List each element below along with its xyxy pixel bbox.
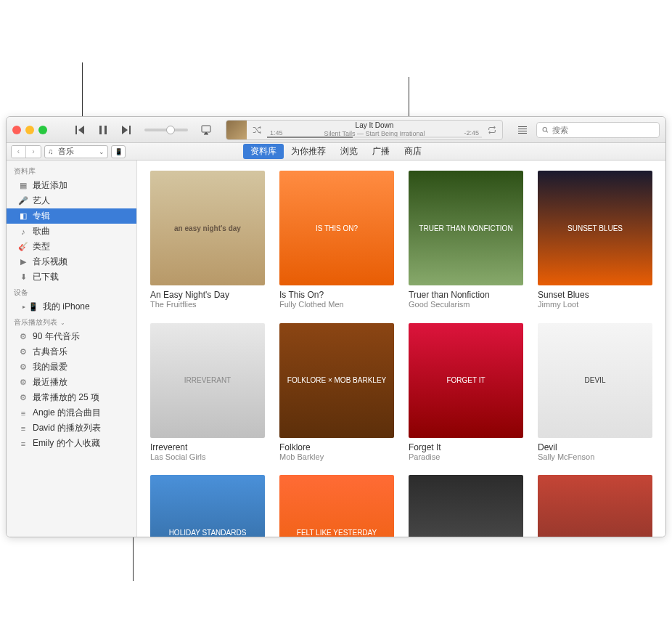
media-type-label: 音乐: [58, 146, 74, 157]
callout-line: [82, 62, 83, 117]
album-title: Sunset Blues: [538, 290, 652, 300]
playlist-icon: ≡: [18, 424, 28, 433]
album-cell[interactable]: IS THIS ON?Is This On?Fully Clothed Men: [279, 171, 394, 310]
sidebar-item-songs[interactable]: ♪歌曲: [7, 224, 136, 239]
previous-track-button[interactable]: [70, 122, 89, 138]
next-track-button[interactable]: [117, 122, 136, 138]
album-title: Folklore: [279, 442, 394, 452]
sidebar: 资料库 ▦最近添加 🎤艺人 ◧专辑 ♪歌曲 🎸类型 ▶音乐视频 ⬇已下载 设备 …: [7, 160, 137, 537]
album-cell[interactable]: FOLKLORE × MOB BARKLEYFolkloreMob Barkle…: [279, 323, 394, 463]
sidebar-item-downloaded[interactable]: ⬇已下载: [7, 269, 136, 285]
sidebar-header-library: 资料库: [7, 163, 136, 178]
search-icon: [541, 126, 549, 134]
sidebar-item-music-videos[interactable]: ▶音乐视频: [7, 254, 136, 269]
sidebar-item-playlist[interactable]: ⚙我的最爱: [7, 359, 136, 375]
sidebar-item-playlist[interactable]: ⚙90 年代音乐: [7, 329, 136, 344]
window-controls: [12, 126, 47, 134]
repeat-icon[interactable]: [482, 125, 502, 135]
sidebar-item-label: 最近添加: [33, 179, 67, 192]
grid-icon: ▦: [18, 181, 28, 190]
device-button[interactable]: 📱: [111, 145, 126, 158]
album-title: Irreverent: [150, 442, 265, 452]
titlebar: Lay It Down Silent Tails — Start Being I…: [7, 117, 665, 143]
media-type-selector[interactable]: 音乐: [44, 145, 108, 158]
tab-for-you[interactable]: 为你推荐: [284, 144, 333, 159]
sidebar-item-label: 歌曲: [33, 225, 50, 237]
sidebar-item-playlist[interactable]: ≡Emily 的个人收藏: [7, 436, 136, 451]
search-box[interactable]: [536, 122, 660, 138]
album-title: Forget It: [409, 442, 523, 452]
sidebar-item-playlist[interactable]: ≡Angie 的混合曲目: [7, 405, 136, 420]
album-cell[interactable]: FORGET ITForget ItParadise: [409, 323, 523, 463]
guitar-icon: 🎸: [18, 242, 28, 251]
app-body: 资料库 ▦最近添加 🎤艺人 ◧专辑 ♪歌曲 🎸类型 ▶音乐视频 ⬇已下载 设备 …: [7, 160, 665, 537]
now-playing-artwork: [226, 120, 247, 140]
forward-button[interactable]: ›: [26, 146, 41, 158]
album-cell[interactable]: an easy night's dayAn Easy Night's DayTh…: [150, 171, 265, 310]
sidebar-item-playlist[interactable]: ≡David 的播放列表: [7, 420, 136, 436]
sidebar-item-playlist[interactable]: ⚙最常播放的 25 项: [7, 390, 136, 405]
svg-point-1: [543, 127, 546, 131]
list-view-button[interactable]: [513, 122, 532, 138]
album-cell[interactable]: [538, 475, 652, 537]
gear-icon: ⚙: [18, 347, 28, 357]
play-pause-button[interactable]: [94, 122, 112, 138]
album-artwork: TRUER THAN NONFICTION: [409, 171, 523, 285]
album-artwork: IRREVERANT: [150, 323, 265, 438]
album-cell[interactable]: [409, 475, 523, 537]
album-artist: Mob Barkley: [279, 452, 394, 462]
playlist-icon: ≡: [18, 439, 28, 448]
tab-browse[interactable]: 浏览: [333, 144, 365, 159]
maximize-button[interactable]: [38, 126, 47, 134]
sidebar-item-recently-added[interactable]: ▦最近添加: [7, 178, 136, 193]
music-note-icon: ♪: [18, 227, 28, 236]
album-cell[interactable]: FELT LIKE YESTERDAY: [279, 475, 394, 537]
sidebar-item-label: 类型: [33, 240, 50, 253]
sidebar-item-label: 音乐视频: [33, 256, 67, 268]
search-input[interactable]: [552, 126, 655, 134]
close-button[interactable]: [12, 126, 21, 134]
album-cell[interactable]: DEVILDevilSally McFenson: [538, 323, 652, 463]
album-title: Is This On?: [279, 290, 394, 300]
progress-bar[interactable]: [267, 137, 482, 138]
album-grid: an easy night's dayAn Easy Night's DayTh…: [150, 171, 652, 537]
tab-radio[interactable]: 广播: [365, 144, 397, 159]
minimize-button[interactable]: [25, 126, 34, 134]
disclosure-icon[interactable]: ▸: [22, 304, 25, 310]
gear-icon: ⚙: [18, 393, 28, 402]
sidebar-item-playlist[interactable]: ⚙最近播放: [7, 375, 136, 390]
gear-icon: ⚙: [18, 362, 28, 372]
shuffle-icon[interactable]: [247, 125, 267, 135]
sidebar-item-artists[interactable]: 🎤艺人: [7, 193, 136, 208]
sidebar-item-device[interactable]: ▸📱我的 iPhone: [7, 299, 136, 314]
microphone-icon: 🎤: [18, 196, 28, 206]
callout-line: [133, 537, 134, 581]
sidebar-item-label: 已下载: [33, 271, 59, 283]
sidebar-item-playlist[interactable]: ⚙古典音乐: [7, 344, 136, 359]
airplay-button[interactable]: [197, 122, 216, 138]
album-cell[interactable]: IRREVERANTIrreverentLas Social Girls: [150, 323, 265, 463]
sidebar-item-genres[interactable]: 🎸类型: [7, 239, 136, 254]
album-artwork: DEVIL: [538, 323, 652, 438]
main-tabs: 资料库 为你推荐 浏览 广播 商店: [243, 144, 429, 159]
now-playing-display[interactable]: Lay It Down Silent Tails — Start Being I…: [226, 120, 503, 140]
sidebar-header-playlists[interactable]: 音乐播放列表⌄: [7, 314, 136, 329]
album-cell[interactable]: HOLIDAY STANDARDS: [150, 475, 265, 537]
album-artist: Fully Clothed Men: [279, 300, 394, 309]
album-artist: Las Social Girls: [150, 452, 265, 462]
album-artwork: FORGET IT: [409, 323, 523, 438]
tab-library[interactable]: 资料库: [243, 144, 284, 159]
album-cell[interactable]: SUNSET BLUESSunset BluesJimmy Loot: [538, 171, 652, 310]
album-artwork: FOLKLORE × MOB BARKLEY: [279, 323, 394, 438]
volume-slider[interactable]: [144, 129, 188, 131]
album-cell[interactable]: TRUER THAN NONFICTIONTruer than Nonficti…: [409, 171, 523, 310]
sidebar-item-albums[interactable]: ◧专辑: [7, 208, 136, 224]
album-artwork: [538, 475, 652, 537]
album-title: Devil: [538, 442, 652, 452]
navigation-toolbar: ‹ › 音乐 📱 资料库 为你推荐 浏览 广播 商店: [7, 143, 665, 160]
back-button[interactable]: ‹: [12, 146, 26, 158]
tab-store[interactable]: 商店: [397, 144, 429, 159]
album-artist: Sally McFenson: [538, 452, 652, 462]
sidebar-item-label: Emily 的个人收藏: [33, 437, 100, 450]
chevron-down-icon: ⌄: [60, 320, 65, 326]
